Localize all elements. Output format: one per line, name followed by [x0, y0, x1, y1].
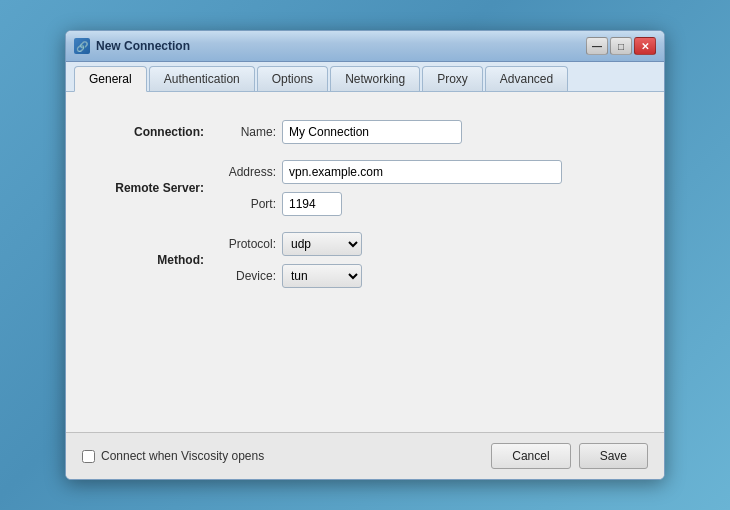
title-bar: 🔗 New Connection — □ ✕	[66, 31, 664, 62]
protocol-label: Protocol:	[216, 237, 276, 251]
name-label: Name:	[216, 125, 276, 139]
tab-authentication[interactable]: Authentication	[149, 66, 255, 91]
tab-proxy[interactable]: Proxy	[422, 66, 483, 91]
form-section: Connection: Name: Remote Server: Address…	[96, 120, 634, 288]
device-label: Device:	[216, 269, 276, 283]
checkbox-row: Connect when Viscosity opens	[82, 449, 264, 463]
connection-row: Connection: Name:	[96, 120, 634, 144]
method-fields: Protocol: udp tcp Device: tun tap	[216, 232, 362, 288]
port-label: Port:	[216, 197, 276, 211]
address-field-row: Address:	[216, 160, 562, 184]
tab-advanced[interactable]: Advanced	[485, 66, 568, 91]
window-title: New Connection	[96, 39, 190, 53]
port-input[interactable]	[282, 192, 342, 216]
name-field-row: Name:	[216, 120, 462, 144]
tab-options[interactable]: Options	[257, 66, 328, 91]
name-input[interactable]	[282, 120, 462, 144]
footer-buttons: Cancel Save	[491, 443, 648, 469]
protocol-field-row: Protocol: udp tcp	[216, 232, 362, 256]
minimize-button[interactable]: —	[586, 37, 608, 55]
form-content: Connection: Name: Remote Server: Address…	[66, 92, 664, 432]
address-input[interactable]	[282, 160, 562, 184]
close-button[interactable]: ✕	[634, 37, 656, 55]
remote-server-row: Remote Server: Address: Port:	[96, 160, 634, 216]
save-button[interactable]: Save	[579, 443, 648, 469]
cancel-button[interactable]: Cancel	[491, 443, 570, 469]
method-row: Method: Protocol: udp tcp Device: tun t	[96, 232, 634, 288]
title-bar-left: 🔗 New Connection	[74, 38, 190, 54]
method-section-label: Method:	[96, 253, 216, 267]
footer: Connect when Viscosity opens Cancel Save	[66, 432, 664, 479]
address-label: Address:	[216, 165, 276, 179]
connect-on-open-label: Connect when Viscosity opens	[101, 449, 264, 463]
main-window: 🔗 New Connection — □ ✕ General Authentic…	[65, 30, 665, 480]
tab-general[interactable]: General	[74, 66, 147, 92]
connection-section-label: Connection:	[96, 125, 216, 139]
device-select[interactable]: tun tap	[282, 264, 362, 288]
connect-on-open-checkbox[interactable]	[82, 450, 95, 463]
remote-server-fields: Address: Port:	[216, 160, 562, 216]
port-field-row: Port:	[216, 192, 562, 216]
connection-fields: Name:	[216, 120, 462, 144]
remote-server-section-label: Remote Server:	[96, 181, 216, 195]
tab-networking[interactable]: Networking	[330, 66, 420, 91]
protocol-select[interactable]: udp tcp	[282, 232, 362, 256]
device-field-row: Device: tun tap	[216, 264, 362, 288]
window-icon: 🔗	[74, 38, 90, 54]
maximize-button[interactable]: □	[610, 37, 632, 55]
title-buttons: — □ ✕	[586, 37, 656, 55]
tab-bar: General Authentication Options Networkin…	[66, 62, 664, 92]
